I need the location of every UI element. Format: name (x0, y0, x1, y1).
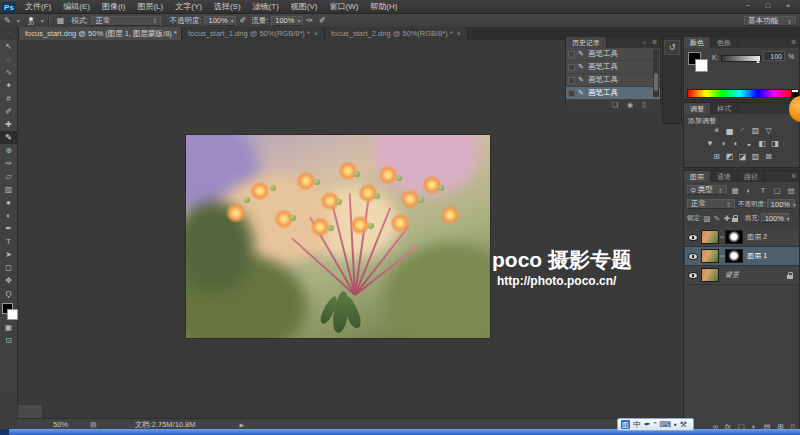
airbrush-icon[interactable]: ✑ (306, 16, 313, 25)
zoom-level-field[interactable]: 50% (53, 420, 68, 429)
menu-edit[interactable]: 编辑(E) (57, 0, 96, 13)
workspace-select[interactable]: 基本功能 ⇕ (744, 16, 796, 26)
collapse-panel-icon[interactable]: » (640, 37, 649, 48)
menu-type[interactable]: 文字(Y) (169, 0, 208, 13)
lock-all-icon[interactable] (732, 215, 739, 222)
background-color-swatch[interactable] (7, 309, 18, 320)
layer-filter-select[interactable]: Ϙ 类型 ⇕ (687, 185, 727, 195)
lasso-tool[interactable]: ∿ (0, 66, 17, 79)
menu-select[interactable]: 选择(S) (208, 0, 247, 13)
opacity-select[interactable]: 100% ▾ (204, 16, 236, 26)
layer-mask-thumbnail[interactable] (725, 230, 743, 244)
history-source-checkbox[interactable] (568, 77, 575, 84)
hand-tool[interactable]: ✥ (0, 274, 17, 287)
brush-tool[interactable]: ✎ (0, 131, 17, 144)
adjustment-icon[interactable]: ▨ (749, 151, 762, 162)
history-source-checkbox[interactable] (568, 90, 575, 97)
layer-thumbnail[interactable] (701, 230, 719, 244)
menu-image[interactable]: 图像(I) (96, 0, 132, 13)
layer-row-2[interactable]: ∞ 图层 2 (685, 228, 799, 247)
pressure-size-icon[interactable]: ✐ (319, 16, 326, 25)
ime-chinese-mode-icon[interactable]: 中 (633, 419, 641, 430)
gradient-tool[interactable]: ▥ (0, 183, 17, 196)
panel-menu-icon[interactable]: ≣ (788, 37, 799, 48)
flow-select[interactable]: 100% ▾ (271, 16, 303, 26)
panel-menu-icon[interactable]: ≣ (649, 37, 660, 48)
k-value-field[interactable]: 100 (763, 51, 785, 61)
dodge-tool[interactable]: ◐ (0, 209, 17, 222)
lock-pixels-icon[interactable]: ✎ (712, 214, 722, 223)
adjustment-icon[interactable]: ▽ (762, 125, 775, 136)
close-button[interactable]: × (782, 0, 794, 12)
minimize-button[interactable]: － (742, 0, 754, 12)
ime-logo-icon[interactable]: 图 (621, 420, 630, 429)
tab-focus-start-2[interactable]: focus_start_2.dng @ 50%(RGB/8*) * × (325, 27, 468, 40)
adjustment-icon[interactable]: ◩ (723, 151, 736, 162)
menu-view[interactable]: 视图(V) (285, 0, 324, 13)
brush-preset-icon[interactable]: ✎ (4, 16, 11, 25)
path-selection-tool[interactable]: ➤ (0, 248, 17, 261)
history-brush-tool[interactable]: ✑ (0, 157, 17, 170)
status-menu-arrow-icon[interactable]: ▶ (240, 421, 245, 428)
filter-smart-objects-icon[interactable]: ▤ (785, 186, 797, 195)
tab-history[interactable]: 历史记录 (566, 37, 607, 48)
layer-mask-thumbnail[interactable] (725, 249, 743, 263)
toggle-brush-panel-icon[interactable]: ▦ (57, 16, 65, 25)
adjustment-icon[interactable]: ◐ (730, 138, 743, 149)
adjustment-icon[interactable]: ▼ (704, 138, 717, 149)
menu-layer[interactable]: 图层(L) (131, 0, 169, 13)
tab-adjustments[interactable]: 调整 (684, 103, 711, 114)
slider-thumb-icon[interactable]: ▲ (755, 58, 761, 64)
adjustment-icon[interactable]: ◜ (736, 125, 749, 136)
history-step[interactable]: ✎ 画笔工具 (566, 74, 660, 87)
lock-position-icon[interactable]: ✚ (722, 214, 732, 223)
adjustment-icon[interactable]: ◑ (717, 138, 730, 149)
blur-tool[interactable]: ● (0, 196, 17, 209)
color-spectrum-ramp[interactable] (687, 89, 793, 98)
pressure-opacity-icon[interactable]: ✐ (239, 16, 246, 25)
marquee-tool[interactable]: ◌ (0, 53, 17, 66)
visibility-eye-icon[interactable] (688, 253, 698, 260)
adjustment-icon[interactable]: ▧ (749, 125, 762, 136)
ime-settings-icon[interactable]: ⚒ (680, 420, 687, 429)
quick-selection-tool[interactable]: ✦ (0, 79, 17, 92)
layer-blend-mode-select[interactable]: 正常 ⇕ (687, 199, 735, 209)
screen-mode-button[interactable]: ⊡ (0, 334, 17, 347)
adjustment-icon[interactable]: ⊠ (762, 151, 775, 162)
healing-brush-tool[interactable]: ✚ (0, 118, 17, 131)
adjustment-icon[interactable]: ⊞ (710, 151, 723, 162)
filter-type-layers-icon[interactable]: T (757, 186, 769, 195)
history-panel-icon[interactable]: ↺ (664, 40, 680, 55)
ime-keyboard-icon[interactable]: ⌨ (659, 420, 671, 429)
adjustment-icon[interactable]: ◒ (743, 138, 756, 149)
close-tab-icon[interactable]: × (457, 30, 461, 37)
adjustment-icon[interactable]: ▅ (723, 125, 736, 136)
tab-focus-start-1[interactable]: focus_start_1.dng @ 50%(RGB/8*) * × (182, 27, 325, 40)
filter-adjustment-layers-icon[interactable]: ◐ (743, 186, 755, 195)
history-step[interactable]: ✎ 画笔工具 (566, 61, 660, 74)
adjustment-icon[interactable]: ◪ (736, 151, 749, 162)
tab-swatches[interactable]: 色板 (711, 37, 738, 48)
clone-stamp-tool[interactable]: ⊕ (0, 144, 17, 157)
history-source-checkbox[interactable] (568, 64, 575, 71)
background-color-swatch[interactable] (695, 59, 708, 72)
eyedropper-tool[interactable]: ✐ (0, 105, 17, 118)
panel-menu-icon[interactable]: ≣ (788, 171, 799, 182)
blend-mode-select[interactable]: 正常 ⇕ (91, 16, 161, 26)
tab-channels[interactable]: 通道 (711, 171, 738, 182)
fill-select[interactable]: 100% ▾ (761, 213, 789, 223)
quick-mask-button[interactable]: ▣ (0, 321, 17, 334)
ime-state-icon[interactable]: ▪ (674, 420, 677, 429)
eraser-tool[interactable]: ▱ (0, 170, 17, 183)
menu-file[interactable]: 文件(F) (19, 0, 57, 13)
adjustment-icon[interactable]: ☀ (710, 125, 723, 136)
layer-opacity-select[interactable]: 100% ▾ (767, 199, 795, 209)
tab-styles[interactable]: 样式 (711, 103, 738, 114)
adjustment-icon[interactable]: ◨ (769, 138, 782, 149)
ime-pen-icon[interactable]: ✒ (644, 420, 651, 429)
zoom-tool[interactable]: Ϙ (0, 287, 17, 300)
history-step[interactable]: ✎ 画笔工具 (566, 48, 660, 61)
history-step-selected[interactable]: ✎ 画笔工具 (566, 87, 660, 100)
visibility-eye-icon[interactable] (688, 272, 698, 279)
layer-row-background[interactable]: 背景 (685, 266, 799, 285)
